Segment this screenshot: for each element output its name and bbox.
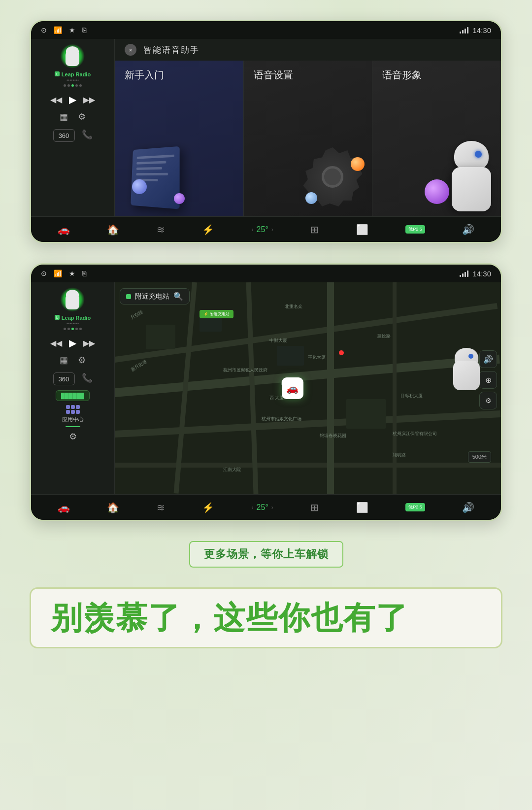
bottom-volume[interactable]: 🔊 [462, 224, 474, 236]
wifi-icon: 📶 [54, 26, 62, 34]
voice-option-settings[interactable]: 语音设置 [243, 61, 372, 216]
air2-quality-badge: 优P2.5 [405, 503, 425, 511]
station-sub-2: •••••••• [66, 321, 79, 326]
status2-icons-left: ⊙ 📶 ★ ⎘ [41, 270, 86, 277]
sidebar-2: L Leap Radio •••••••• ◀◀ ▶ ▶▶ ▦ [31, 282, 115, 494]
bottom2-seat[interactable]: ⊞ [310, 502, 319, 513]
bottom-home[interactable]: 🏠 [107, 224, 119, 236]
charge-station-label: ⚡ 附近充电站 [203, 311, 229, 317]
ac-icon: ⬜ [356, 224, 368, 236]
robot3d-body [452, 167, 491, 211]
prev2-button[interactable]: ◀◀ [50, 338, 62, 348]
settings-icon[interactable]: ⚙ [78, 111, 86, 122]
gallery-icon[interactable]: ▦ [60, 111, 68, 122]
status-green-btn[interactable]: ██████ [56, 390, 90, 401]
option-avatar-label: 语音形象 [382, 68, 422, 82]
apps-center-label[interactable]: 应用中心 [62, 416, 84, 423]
bottom-wind[interactable]: ≋ [157, 224, 165, 236]
temp-arrow-left: ‹ [252, 226, 254, 233]
dot2-1 [64, 328, 66, 330]
360-button-2[interactable]: 360 [53, 372, 75, 385]
bottom-ac[interactable]: ⬜ [356, 224, 368, 236]
station-name-2: Leap Radio [62, 315, 91, 321]
map-panel: 附近充电站 🔍 北重名众 中财大厦 平化大厦 杭州市监狱犯人民政府 西 大厦 杭… [115, 282, 501, 494]
signal2-icon [460, 270, 468, 277]
apps-grid [66, 405, 80, 414]
document-3d [130, 147, 189, 211]
app-dot-4 [66, 410, 70, 414]
play-button[interactable]: ▶ [69, 94, 76, 105]
bottom2-power[interactable]: ⚡ [202, 502, 214, 513]
voice-option-beginner[interactable]: 新手入门 [115, 61, 243, 216]
station-name: Leap Radio [62, 71, 91, 77]
road-v1 [327, 282, 334, 494]
settings-map-btn[interactable]: ⚙ [479, 392, 497, 409]
dot2-2 [67, 328, 70, 330]
power2-icon: ⚡ [202, 502, 214, 513]
dot-2 [67, 84, 70, 87]
prev-button[interactable]: ◀◀ [50, 95, 62, 104]
bottom2-volume[interactable]: 🔊 [462, 502, 474, 513]
time-display: 14:30 [472, 26, 491, 34]
footer-title-text: 别羡慕了，这些你也有了 [51, 601, 481, 635]
settings-bottom[interactable]: ⚙ [69, 431, 77, 442]
bottom2-ac[interactable]: ⬜ [356, 502, 368, 513]
gear-3d [303, 147, 367, 211]
next2-button[interactable]: ▶▶ [83, 338, 95, 348]
bottom-power[interactable]: ⚡ [202, 224, 214, 236]
bottom2-wind[interactable]: ≋ [157, 502, 165, 513]
sphere-cyan [305, 192, 317, 204]
bluetooth2-icon: ★ [69, 270, 75, 277]
map-robot-eye [468, 354, 473, 359]
sphere-violet [425, 179, 449, 204]
phone2-icon[interactable]: 📞 [82, 372, 93, 383]
robot-avatar [64, 46, 81, 66]
dot-3 [71, 84, 74, 87]
bottom-car[interactable]: 🚗 [58, 224, 70, 236]
bottom2-home[interactable]: 🏠 [107, 502, 119, 513]
settings2-icon[interactable]: ⚙ [78, 355, 86, 366]
footer-title: 别羡慕了，这些你也有了 [30, 587, 502, 648]
ac2-icon: ⬜ [356, 502, 368, 513]
car-marker: 🚗 [282, 377, 303, 399]
time2-display: 14:30 [472, 270, 491, 278]
temp-display-2: ‹ 25° › [252, 503, 273, 512]
360-button[interactable]: 360 [53, 129, 75, 142]
app-dot-6 [76, 410, 80, 414]
main-content-1: L Leap Radio •••••••• ◀◀ ▶ ▶▶ ▦ [31, 39, 501, 216]
dot2-3 [71, 328, 74, 330]
status-bar-1: ⊙ 📶 ★ ⎘ 14:30 [31, 21, 501, 39]
play2-button[interactable]: ▶ [69, 337, 76, 349]
bottom-bar-2: 🚗 🏠 ≋ ⚡ ‹ 25° › ⊞ ⬜ 优P2.5 🔊 [31, 494, 501, 520]
next-button[interactable]: ▶▶ [83, 95, 95, 104]
bottom-seat[interactable]: ⊞ [310, 224, 319, 236]
voice-header: × 智能语音助手 [115, 39, 501, 61]
voice-option-avatar[interactable]: 语音形象 [372, 61, 501, 216]
phone-icon[interactable]: 📞 [82, 129, 93, 140]
search-text: 附近充电站 [135, 292, 169, 301]
bottom2-car[interactable]: 🚗 [58, 502, 70, 513]
bottom-air[interactable]: 优P2.5 [405, 225, 425, 234]
bottom2-air[interactable]: 优P2.5 [405, 503, 425, 511]
temp-display: ‹ 25° › [252, 225, 273, 234]
dot2-4 [75, 328, 78, 330]
gallery2-icon[interactable]: ▦ [60, 355, 68, 366]
close-button[interactable]: × [125, 44, 136, 56]
person-icon: ⊙ [41, 26, 47, 34]
temp-value: 25° [257, 225, 268, 234]
status-right: 14:30 [460, 26, 491, 34]
air-quality-badge: 优P2.5 [405, 225, 425, 234]
temp-arrow-right: › [271, 226, 273, 233]
document-shape [131, 146, 179, 209]
option-beginner-label: 新手入门 [125, 68, 164, 82]
app-dot-5 [71, 410, 75, 414]
charge-station-marker[interactable]: ⚡ 附近充电站 [200, 310, 233, 318]
sidebar-1: L Leap Radio •••••••• ◀◀ ▶ ▶▶ ▦ [31, 39, 115, 216]
map-robot [447, 346, 486, 390]
bluetooth-icon: ★ [69, 26, 75, 34]
temp2-arrow-right: › [271, 504, 273, 511]
search-icon-map[interactable]: 🔍 [173, 292, 183, 301]
search-bar-map[interactable]: 附近充电站 🔍 [120, 288, 190, 304]
status2-right: 14:30 [460, 270, 491, 278]
robot3d-eye [475, 151, 482, 158]
